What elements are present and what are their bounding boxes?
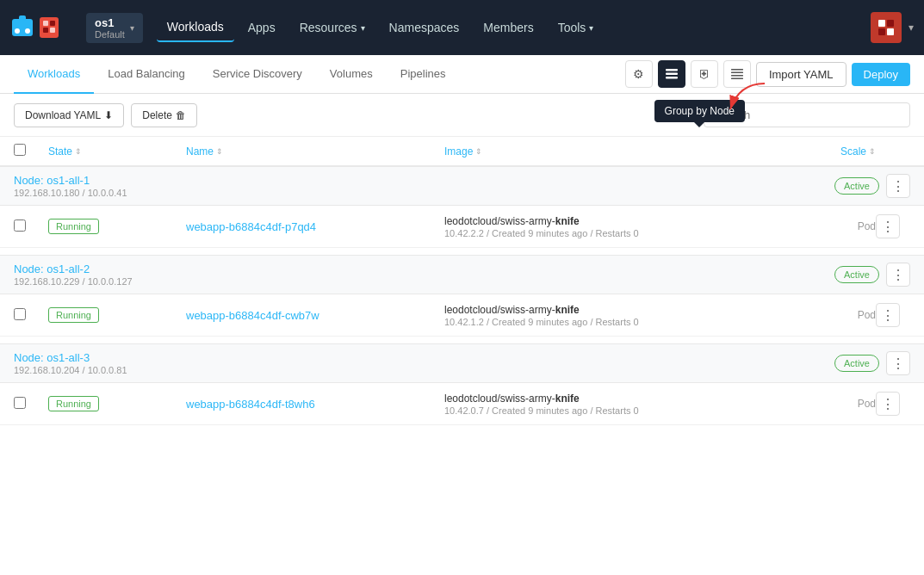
download-yaml-btn[interactable]: Download YAML ⬇ [14, 103, 124, 127]
header-name[interactable]: Name ⇕ [186, 144, 444, 158]
image-sort-icon: ⇕ [475, 147, 482, 156]
tab-pipelines[interactable]: Pipelines [387, 55, 460, 94]
node-3-ip: 192.168.10.204 / 10.0.0.81 [14, 365, 127, 375]
select-all-checkbox[interactable] [14, 144, 26, 156]
toolbar: Download YAML ⬇ Delete 🗑 [0, 94, 924, 137]
row-2-checkbox[interactable] [14, 308, 26, 320]
nav-user-arrow[interactable]: ▾ [908, 22, 914, 34]
list-view-btn[interactable] [658, 60, 685, 88]
cluster-sub: Default [95, 29, 125, 40]
row-3-image-sub: 10.42.0.7 / Created 9 minutes ago / Rest… [444, 405, 772, 416]
row-3-checkbox-cell [14, 397, 48, 411]
name-sort-icon: ⇕ [216, 147, 223, 156]
tab-service-discovery[interactable]: Service Discovery [199, 55, 316, 94]
delete-btn[interactable]: Delete 🗑 [131, 103, 197, 127]
tab-workloads[interactable]: Workloads [14, 55, 94, 94]
node-2-status: Active [834, 266, 879, 283]
nav-tools[interactable]: Tools ▾ [548, 14, 605, 41]
row-3-actions: ⋮ [876, 392, 910, 416]
cluster-selector[interactable]: os1 Default ▾ [86, 13, 143, 43]
header-state[interactable]: State ⇕ [48, 144, 186, 158]
row-2-workload-name[interactable]: webapp-b6884c4df-cwb7w [186, 309, 319, 322]
workload-row-2: Running webapp-b6884c4df-cwb7w leodotclo… [0, 294, 924, 337]
svg-rect-15 [731, 75, 743, 77]
svg-rect-6 [50, 21, 55, 26]
settings-view-btn[interactable]: ⚙ [625, 60, 653, 88]
row-1-more-btn[interactable]: ⋮ [876, 214, 900, 238]
node-1-ip: 192.168.10.180 / 10.0.0.41 [14, 188, 127, 198]
tab-volumes[interactable]: Volumes [316, 55, 387, 94]
svg-rect-11 [666, 73, 678, 76]
row-1-checkbox-cell [14, 219, 48, 234]
row-1-actions: ⋮ [876, 214, 910, 238]
node-2-name[interactable]: Node: os1-all-2 [14, 263, 133, 275]
row-1-state: Running [48, 219, 186, 234]
nav-members[interactable]: Members [473, 14, 543, 41]
import-yaml-btn[interactable]: Import YAML [756, 62, 846, 87]
node-3-name[interactable]: Node: os1-all-3 [14, 351, 127, 364]
row-3-more-btn[interactable]: ⋮ [876, 392, 900, 416]
logo[interactable] [10, 12, 79, 43]
row-3-workload-name[interactable]: webapp-b6884c4df-t8wh6 [186, 398, 315, 411]
svg-rect-13 [731, 69, 743, 71]
svg-rect-8 [50, 28, 55, 33]
row-1-image-cell: leodotcloud/swiss-army-knife 10.42.2.2 /… [444, 215, 772, 238]
group-by-node-tooltip: Group by Node [654, 100, 745, 122]
row-3-state: Running [48, 396, 186, 411]
svg-point-2 [15, 28, 20, 34]
row-1-workload-name[interactable]: webapp-b6884c4df-p7qd4 [186, 220, 316, 233]
compact-view-btn[interactable] [723, 60, 751, 88]
workload-row: Running webapp-b6884c4df-p7qd4 leodotclo… [0, 206, 924, 248]
node-2-ip: 192.168.10.229 / 10.0.0.127 [14, 276, 133, 287]
row-2-image-cell: leodotcloud/swiss-army-knife 10.42.1.2 /… [444, 304, 772, 327]
svg-point-3 [25, 28, 30, 34]
header-checkbox [14, 144, 48, 158]
nav-right: ▾ [871, 12, 914, 43]
row-2-state: Running [48, 307, 186, 323]
workload-row-3: Running webapp-b6884c4df-t8wh6 leodotclo… [0, 383, 924, 425]
sub-nav: Workloads Load Balancing Service Discove… [0, 55, 924, 94]
svg-rect-16 [731, 78, 743, 80]
row-3-image-cell: leodotcloud/swiss-army-knife 10.42.0.7 /… [444, 393, 772, 416]
row-3-image-main: leodotcloud/swiss-army-knife [444, 393, 772, 405]
state-sort-icon: ⇕ [75, 147, 82, 156]
user-avatar[interactable] [871, 12, 902, 43]
sub-nav-actions: Group by Node ⚙ ⛨ [625, 60, 910, 88]
row-1-scale: Pod [772, 220, 876, 232]
sub-nav-links: Workloads Load Balancing Service Discove… [14, 55, 625, 93]
avatar-sq-2 [887, 20, 894, 27]
scale-sort-icon: ⇕ [869, 147, 876, 156]
svg-rect-1 [19, 15, 26, 21]
security-view-btn[interactable]: ⛨ [691, 60, 718, 88]
row-1-status-badge: Running [48, 219, 99, 234]
row-2-image-main: leodotcloud/swiss-army-knife [444, 304, 772, 316]
header-scale[interactable]: Scale ⇕ [772, 144, 876, 158]
resources-arrow-icon: ▾ [361, 23, 365, 33]
download-icon: ⬇ [104, 109, 113, 121]
node-group-3: Node: os1-all-3 192.168.10.204 / 10.0.0.… [0, 343, 924, 383]
node-1-more-btn[interactable]: ⋮ [886, 174, 910, 198]
node-group-1: Node: os1-all-1 192.168.10.180 / 10.0.0.… [0, 166, 924, 206]
nav-resources[interactable]: Resources ▾ [289, 14, 375, 41]
row-1-checkbox[interactable] [14, 219, 26, 232]
row-3-checkbox[interactable] [14, 397, 26, 409]
row-1-image-sub: 10.42.2.2 / Created 9 minutes ago / Rest… [444, 228, 772, 238]
nav-workloads[interactable]: Workloads [157, 13, 234, 42]
deploy-btn[interactable]: Deploy [852, 63, 910, 86]
node-2-more-btn[interactable]: ⋮ [886, 263, 910, 287]
nav-apps[interactable]: Apps [238, 14, 286, 41]
node-1-status: Active [834, 177, 879, 195]
row-2-more-btn[interactable]: ⋮ [876, 303, 900, 327]
nav-links: Workloads Apps Resources ▾ Namespaces Me… [157, 13, 871, 42]
spacer-1 [0, 248, 924, 255]
row-2-actions: ⋮ [876, 303, 910, 327]
node-3-more-btn[interactable]: ⋮ [886, 351, 910, 375]
tab-load-balancing[interactable]: Load Balancing [94, 55, 199, 94]
row-2-scale: Pod [772, 309, 876, 321]
header-image[interactable]: Image ⇕ [444, 144, 772, 158]
avatar-sq-4 [887, 28, 894, 35]
row-3-scale: Pod [772, 398, 876, 410]
nav-namespaces[interactable]: Namespaces [379, 14, 470, 41]
node-1-name[interactable]: Node: os1-all-1 [14, 174, 127, 187]
table-container: State ⇕ Name ⇕ Image ⇕ Scale ⇕ Node: os1… [0, 137, 924, 425]
